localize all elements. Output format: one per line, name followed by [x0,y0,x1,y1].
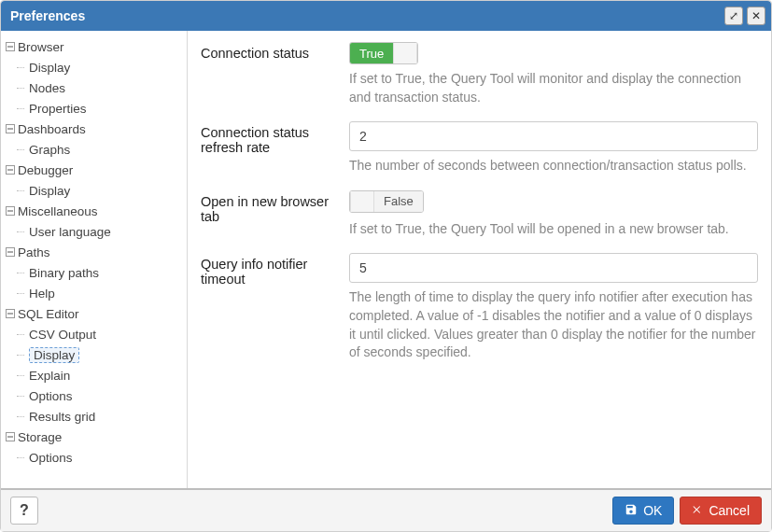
field-connection-refresh: Connection status refresh rate The numbe… [201,121,758,175]
toggle-handle [393,43,417,63]
tree-child-label: Binary paths [29,266,99,280]
tree-child-label: Properties [29,102,87,116]
maximize-icon: ⤢ [729,9,738,22]
tree-group-label: SQL Editor [18,307,79,321]
help-new-tab: If set to True, the Query Tool will be o… [349,220,758,239]
tree-group-label: Browser [18,40,64,54]
tree-group[interactable]: Miscellaneous [5,201,183,221]
collapse-icon[interactable] [5,431,16,442]
tree-group[interactable]: Dashboards [5,119,183,139]
cancel-label: Cancel [709,503,750,518]
toggle-new-tab[interactable]: False [349,190,424,213]
help-button[interactable]: ? [10,497,38,525]
tree-child[interactable]: Help [5,283,183,303]
tree-child[interactable]: Properties [5,98,183,119]
collapse-icon[interactable] [5,123,16,134]
toggle-off-label: False [374,191,423,212]
tree-child-label: Display [29,184,70,198]
tree-group-label: Dashboards [18,122,86,136]
tree-child-label: Help [29,287,55,301]
label-connection-refresh: Connection status refresh rate [201,121,336,155]
tree-group-label: Debugger [18,163,73,177]
dialog-title: Preferences [10,8,721,23]
dialog-footer: ? OK Cancel [1,488,771,531]
tree-child[interactable]: Graphs [5,139,183,160]
tree-child-label: Explain [29,369,70,383]
tree-child[interactable]: Options [5,447,183,468]
settings-content: Connection status True If set to True, t… [188,31,771,488]
tree-child-label: Results grid [29,410,95,424]
tree-child-label: CSV Output [29,328,96,342]
tree-child-label: Options [29,389,73,403]
field-connection-status: Connection status True If set to True, t… [201,42,758,106]
tree-child[interactable]: Explain [5,365,183,385]
ok-button[interactable]: OK [612,497,674,525]
tree-child[interactable]: Display [5,344,183,365]
help-connection-refresh: The number of seconds between connection… [349,157,758,175]
tree-group-label: Paths [18,245,50,259]
tree-group[interactable]: Browser [5,36,183,57]
tree-child[interactable]: Nodes [5,77,183,98]
ok-label: OK [643,503,662,518]
field-notifier: Query info notifier timeout The length o… [201,253,758,361]
collapse-icon[interactable] [5,205,16,217]
tree-child-label: Graphs [29,143,70,157]
collapse-icon[interactable] [5,246,16,258]
label-new-tab: Open in new browser tab [201,190,336,224]
collapse-icon[interactable] [5,41,16,52]
tree-child[interactable]: Options [5,385,183,406]
help-notifier: The length of time to display the query … [349,288,758,361]
maximize-button[interactable]: ⤢ [724,7,743,25]
tree-child[interactable]: Display [5,180,183,201]
tree-child-label: Display [29,347,79,363]
titlebar: Preferences ⤢ ✕ [1,1,771,31]
save-icon [625,503,638,519]
toggle-handle [350,191,374,212]
cancel-button[interactable]: Cancel [680,497,762,525]
input-connection-refresh[interactable] [349,121,758,151]
tree-group[interactable]: Paths [5,242,183,262]
preferences-dialog: Preferences ⤢ ✕ BrowserDisplayNodesPrope… [0,0,772,532]
tree-group-label: Storage [18,430,62,444]
tree-child[interactable]: Display [5,57,183,77]
close-icon: ✕ [751,9,761,22]
tree-child-label: User language [29,225,111,239]
help-connection-status: If set to True, the Query Tool will moni… [349,70,758,106]
tree-child[interactable]: CSV Output [5,324,183,344]
tree-group-label: Miscellaneous [18,204,98,218]
label-notifier: Query info notifier timeout [201,253,336,287]
tree-child-label: Display [29,61,70,75]
sidebar-tree: BrowserDisplayNodesPropertiesDashboardsG… [1,31,188,488]
collapse-icon[interactable] [5,164,16,175]
toggle-connection-status[interactable]: True [349,42,418,64]
tree-child[interactable]: Binary paths [5,262,183,283]
tree-group[interactable]: Debugger [5,160,183,180]
field-new-tab: Open in new browser tab False If set to … [201,190,758,239]
tree-child-label: Nodes [29,81,65,95]
tree-group[interactable]: SQL Editor [5,303,183,324]
tree-child[interactable]: Results grid [5,406,183,427]
collapse-icon[interactable] [5,308,16,319]
tree-child-label: Options [29,451,73,465]
input-notifier[interactable] [349,253,758,283]
close-button[interactable]: ✕ [747,7,765,25]
cancel-icon [692,503,703,518]
label-connection-status: Connection status [201,42,336,61]
tree-group[interactable]: Storage [5,427,183,447]
tree-child[interactable]: User language [5,221,183,242]
toggle-on-label: True [350,43,393,63]
